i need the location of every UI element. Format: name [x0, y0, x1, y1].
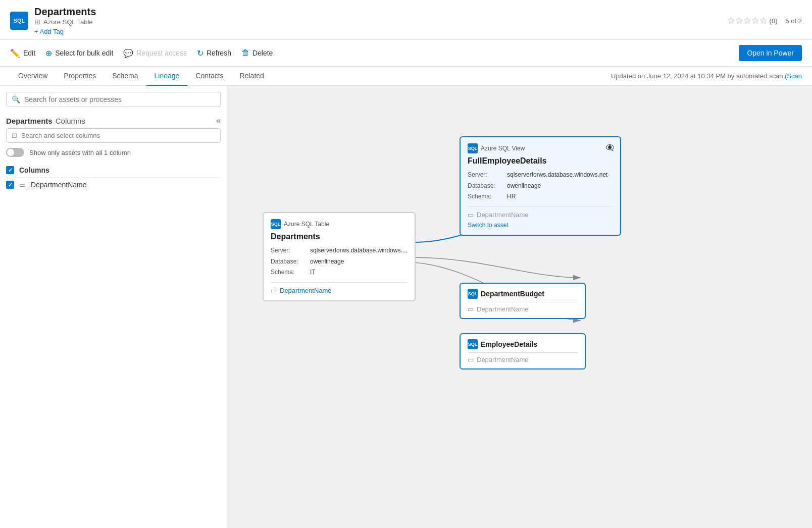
card-sql-icon-3: SQL — [468, 339, 478, 349]
column-search-bar[interactable]: ⊡ — [6, 128, 221, 143]
source-card-field: ▭ DepartmentName — [271, 282, 408, 294]
column-search-input[interactable] — [21, 132, 215, 139]
asset-search-input[interactable] — [24, 95, 215, 103]
page-title: Departments — [34, 6, 96, 18]
columns-group-label: Columns — [19, 166, 49, 174]
filter-icon: ⊡ — [12, 132, 17, 139]
employee-details-field: ▭ DepartmentName — [468, 352, 578, 363]
target-card-1-title: FullEmployeeDetails — [468, 156, 613, 166]
lineage-canvas: SQL Azure SQL Table Departments Server: … — [227, 86, 812, 528]
search-icon: 🔍 — [12, 95, 20, 103]
target-card-full-employee[interactable]: 👁‍🗨 SQL Azure SQL View FullEmployeeDetai… — [460, 136, 621, 236]
edit-icon: ✏️ — [10, 48, 20, 58]
asset-search-bar[interactable]: 🔍 — [6, 92, 221, 107]
sql-icon: SQL — [10, 12, 28, 30]
delete-icon: 🗑 — [241, 48, 249, 58]
delete-button[interactable]: 🗑 Delete — [241, 46, 273, 60]
source-card-departments[interactable]: SQL Azure SQL Table Departments Server: … — [263, 212, 416, 301]
field-checkbox[interactable]: ✓ — [6, 181, 14, 189]
source-card-title: Departments — [271, 232, 408, 241]
columns-group-row: ✓ Columns — [6, 163, 221, 177]
card-type-label-1: SQL Azure SQL View — [468, 143, 613, 153]
field-icon: ▭ — [19, 181, 26, 189]
toggle-label: Show only assets with all 1 column — [29, 149, 131, 156]
sidebar-subtitle: Columns — [56, 117, 85, 125]
field-name: DepartmentName — [31, 181, 87, 189]
target-card-1-field: ▭ DepartmentName — [468, 206, 613, 219]
employee-details-title: SQL EmployeeDetails — [468, 339, 578, 349]
field-col-icon-2: ▭ — [468, 305, 474, 313]
edit-button[interactable]: ✏️ Edit — [10, 46, 35, 60]
field-col-icon-1: ▭ — [468, 211, 474, 219]
star-rating[interactable]: ☆☆☆☆☆ (0) — [727, 15, 778, 26]
tab-related[interactable]: Related — [232, 67, 272, 86]
add-tag-button[interactable]: + Add Tag — [34, 28, 96, 35]
column-toggle[interactable] — [6, 148, 24, 157]
target-card-employee-details[interactable]: SQL EmployeeDetails ▭ DepartmentName — [460, 333, 586, 369]
card-props: Server: sqlserverforws.database.windows.… — [271, 245, 408, 278]
scan-link[interactable]: (Scan — [785, 72, 802, 80]
tab-lineage[interactable]: Lineage — [146, 67, 188, 86]
tab-schema[interactable]: Schema — [104, 67, 146, 86]
request-access-icon: 💬 — [123, 48, 133, 58]
card-props-1: Server: sqlserverforws.database.windows.… — [468, 170, 613, 202]
grid-icon: ⊞ — [34, 18, 40, 26]
list-item: ✓ ▭ DepartmentName — [6, 177, 221, 192]
bulk-edit-icon: ⊕ — [45, 48, 52, 58]
card-sql-icon: SQL — [271, 219, 281, 229]
eye-icon: 👁‍🗨 — [605, 143, 614, 151]
toggle-knob — [7, 149, 14, 156]
asset-type-label: Azure SQL Table — [43, 18, 93, 26]
open-power-button[interactable]: Open in Power — [739, 45, 802, 61]
card-type-label: SQL Azure SQL Table — [271, 219, 408, 229]
tab-contacts[interactable]: Contacts — [187, 67, 231, 86]
bulk-edit-button[interactable]: ⊕ Select for bulk edit — [45, 46, 113, 60]
refresh-icon: ↻ — [197, 48, 204, 58]
card-sql-icon-2: SQL — [468, 289, 478, 299]
sidebar-title: Departments — [6, 117, 53, 125]
field-col-icon: ▭ — [271, 287, 277, 294]
request-access-button[interactable]: 💬 Request access — [123, 46, 187, 60]
tab-overview[interactable]: Overview — [10, 67, 56, 86]
switch-to-asset-link[interactable]: Switch to asset — [468, 222, 613, 229]
card-sql-icon-1: SQL — [468, 143, 478, 153]
collapse-button[interactable]: « — [216, 116, 221, 125]
tab-properties[interactable]: Properties — [56, 67, 104, 86]
refresh-button[interactable]: ↻ Refresh — [197, 46, 231, 60]
dept-budget-field: ▭ DepartmentName — [468, 302, 578, 313]
dept-budget-title: SQL DepartmentBudget — [468, 289, 578, 299]
toggle-row: Show only assets with all 1 column — [6, 148, 221, 157]
target-card-dept-budget[interactable]: SQL DepartmentBudget ▭ DepartmentName — [460, 283, 586, 319]
updated-info: Updated on June 12, 2024 at 10:34 PM by … — [611, 72, 802, 80]
field-col-icon-3: ▭ — [468, 356, 474, 363]
columns-checkbox[interactable]: ✓ — [6, 166, 14, 174]
page-nav: 5 of 2 — [785, 17, 802, 25]
